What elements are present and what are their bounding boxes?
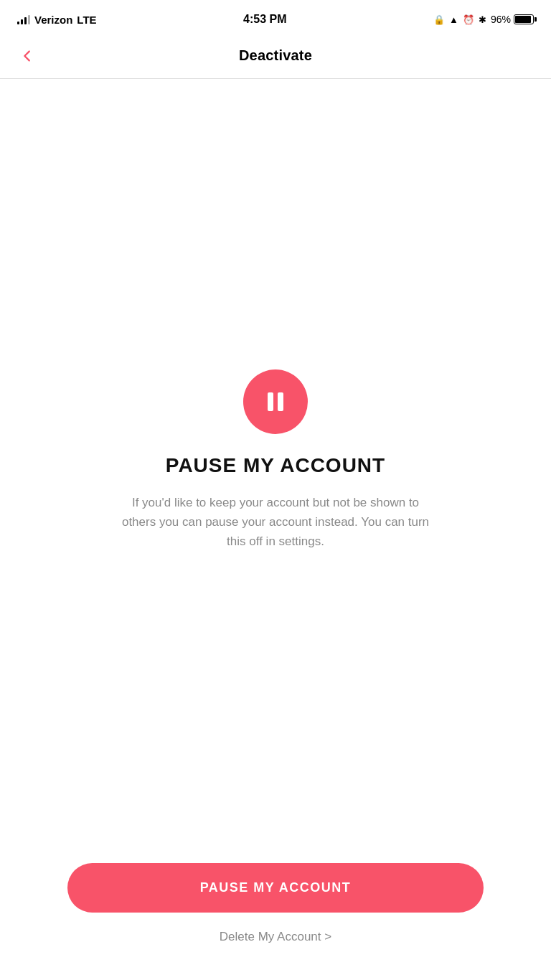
page-title: Deactivate bbox=[239, 47, 312, 64]
pause-heading: PAUSE MY ACCOUNT bbox=[166, 454, 385, 477]
status-time: 4:53 PM bbox=[243, 13, 286, 26]
signal-bars-icon bbox=[17, 14, 30, 24]
status-left: Verizon LTE bbox=[17, 14, 97, 26]
svg-rect-1 bbox=[278, 392, 283, 411]
status-bar: Verizon LTE 4:53 PM 🔒 ▲ ⏰ ✱ 96% bbox=[0, 0, 551, 36]
battery-icon bbox=[514, 14, 534, 24]
lock-icon: 🔒 bbox=[433, 14, 445, 25]
battery-fill bbox=[515, 16, 531, 23]
network-label: LTE bbox=[77, 14, 96, 26]
location-icon: ▲ bbox=[449, 14, 458, 25]
pause-icon-circle bbox=[243, 369, 308, 434]
nav-bar: Deactivate bbox=[0, 36, 551, 79]
back-chevron-icon bbox=[17, 46, 37, 66]
pause-description: If you'd like to keep your account but n… bbox=[118, 493, 433, 552]
bottom-section: PAUSE MY ACCOUNT Delete My Account > bbox=[0, 842, 551, 980]
bluetooth-icon: ✱ bbox=[479, 14, 486, 25]
svg-rect-0 bbox=[268, 392, 273, 411]
pause-icon bbox=[261, 387, 290, 416]
carrier-label: Verizon bbox=[34, 14, 72, 26]
battery-percent-label: 96% bbox=[491, 14, 511, 25]
pause-my-account-button[interactable]: PAUSE MY ACCOUNT bbox=[67, 863, 484, 913]
back-button[interactable] bbox=[14, 43, 40, 69]
delete-account-link[interactable]: Delete My Account > bbox=[220, 930, 331, 944]
alarm-icon: ⏰ bbox=[463, 14, 474, 25]
status-right: 🔒 ▲ ⏰ ✱ 96% bbox=[433, 14, 534, 25]
main-content: PAUSE MY ACCOUNT If you'd like to keep y… bbox=[0, 79, 551, 842]
battery-container: 96% bbox=[491, 14, 534, 25]
